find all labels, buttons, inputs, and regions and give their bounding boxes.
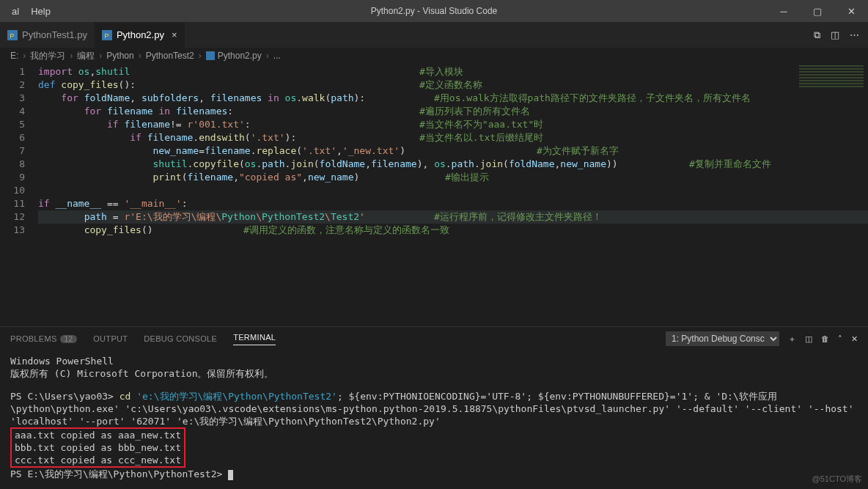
minimize-button[interactable]: ─ <box>767 0 801 22</box>
window-title: Python2.py - Visual Studio Code <box>371 6 498 16</box>
terminal-line: aaa.txt copied as aaa_new.txt <box>15 429 181 441</box>
panel-tab-output[interactable]: Output <box>93 334 128 343</box>
terminal-line: PS E:\我的学习\编程\Python\PythonTest2> <box>10 468 858 480</box>
panel-tab-problems[interactable]: Problems12 <box>10 334 77 343</box>
terminal-cursor <box>228 470 233 480</box>
line-number-gutter: 12345678910111213 <box>0 64 38 326</box>
more-actions-icon[interactable]: ⋯ <box>850 29 859 41</box>
terminal-content[interactable]: Windows PowerShell 版权所有 (C) Microsoft Co… <box>0 350 868 485</box>
tab-python2[interactable]: P Python2.py × <box>95 22 185 48</box>
tab-pythontest1[interactable]: P PythonTest1.py <box>0 22 95 48</box>
editor-tab-bar: P PythonTest1.py P Python2.py × ⧉ ◫ ⋯ <box>0 22 868 48</box>
menu-bar: al Help <box>0 1 56 21</box>
python-file-icon: P <box>102 30 112 40</box>
svg-rect-4 <box>206 51 215 60</box>
breadcrumb[interactable]: E:› 我的学习› 编程› Python› PythonTest2› Pytho… <box>0 48 868 64</box>
menu-item-terminal[interactable]: al <box>6 1 25 21</box>
menu-item-help[interactable]: Help <box>25 1 56 21</box>
panel-tab-debug-console[interactable]: Debug Console <box>144 334 217 343</box>
terminal-line: bbb.txt copied as bbb_new.txt <box>15 441 181 454</box>
title-bar: al Help Python2.py - Visual Studio Code … <box>0 0 868 22</box>
code-content[interactable]: import os,shutil#导入模块def copy_files():#定… <box>38 64 868 326</box>
panel-tab-terminal[interactable]: Terminal <box>233 333 276 345</box>
python-file-icon <box>206 51 215 60</box>
split-editor-icon[interactable]: ◫ <box>831 29 839 41</box>
terminal-line: 版权所有 (C) Microsoft Corporation。保留所有权利。 <box>10 367 858 380</box>
crumb[interactable]: Python <box>106 51 133 61</box>
terminal-line: PS C:\Users\yao03> cd 'e:\我的学习\编程\Python… <box>10 390 858 427</box>
svg-text:P: P <box>10 32 15 39</box>
bottom-panel: Problems12 Output Debug Console Terminal… <box>0 326 868 485</box>
watermark: @51CTO博客 <box>812 474 862 485</box>
crumb[interactable]: ... <box>273 51 281 61</box>
crumb[interactable]: 我的学习 <box>30 50 65 62</box>
crumb[interactable]: Python2.py <box>218 51 262 61</box>
close-button[interactable]: ✕ <box>834 0 868 22</box>
terminal-output-highlight: aaa.txt copied as aaa_new.txt bbb.txt co… <box>10 427 185 468</box>
close-panel-icon[interactable]: ✕ <box>851 334 858 344</box>
crumb[interactable]: 编程 <box>77 50 95 62</box>
python-file-icon: P <box>7 30 18 40</box>
terminal-line: Windows PowerShell <box>10 355 858 367</box>
problems-count-badge: 12 <box>60 335 78 343</box>
kill-terminal-icon[interactable]: 🗑 <box>821 334 829 343</box>
new-terminal-icon[interactable]: ＋ <box>788 334 796 345</box>
compare-icon[interactable]: ⧉ <box>814 29 820 41</box>
split-terminal-icon[interactable]: ◫ <box>805 334 812 344</box>
crumb[interactable]: PythonTest2 <box>146 51 194 61</box>
tab-label: Python2.py <box>117 29 164 40</box>
svg-text:P: P <box>104 32 108 39</box>
maximize-panel-icon[interactable]: ˄ <box>838 334 842 344</box>
code-editor[interactable]: 12345678910111213 import os,shutil#导入模块d… <box>0 64 868 326</box>
maximize-button[interactable]: ▢ <box>801 0 834 22</box>
crumb[interactable]: E: <box>10 51 18 61</box>
tab-close-icon[interactable]: × <box>169 29 177 40</box>
tab-label: PythonTest1.py <box>22 29 87 40</box>
terminal-line: ccc.txt copied as ccc_new.txt <box>15 454 181 466</box>
terminal-selector[interactable]: 1: Python Debug Consc <box>666 331 779 346</box>
minimap[interactable] <box>795 64 868 326</box>
